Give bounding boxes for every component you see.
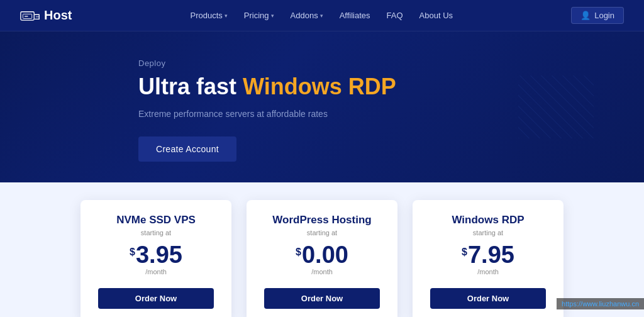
price-dollar-vps: $ — [130, 247, 135, 258]
card-price-vps: $ 3.95 — [130, 243, 182, 267]
nav-item-faq[interactable]: FAQ — [380, 7, 409, 24]
hero-title-highlight: Windows RDP — [243, 74, 396, 99]
brand-name: Host — [44, 8, 72, 23]
login-button[interactable]: 👤 Login — [571, 7, 624, 24]
hero-section: Deploy Ultra fast Windows RDP Extreme pe… — [0, 31, 644, 182]
logo-icon — [20, 9, 40, 23]
card-subtitle-rdp: starting at — [473, 229, 503, 236]
logo[interactable]: Host — [20, 8, 72, 23]
chevron-down-icon: ▾ — [271, 13, 274, 19]
card-title-wordpress: WordPress Hosting — [272, 214, 371, 226]
pricing-cards-section: NVMe SSD VPS starting at $ 3.95 /month O… — [0, 182, 644, 317]
nav-item-products[interactable]: Products ▾ — [184, 7, 234, 24]
order-button-vps[interactable]: Order Now — [98, 288, 214, 309]
nav-item-addons[interactable]: Addons ▾ — [284, 7, 330, 24]
create-account-button[interactable]: Create Account — [138, 136, 236, 162]
chevron-down-icon: ▾ — [320, 13, 323, 19]
order-button-wordpress[interactable]: Order Now — [264, 288, 380, 309]
price-amount-vps: 3.95 — [136, 243, 182, 267]
card-subtitle-wordpress: starting at — [307, 229, 337, 236]
order-button-rdp[interactable]: Order Now — [430, 288, 546, 309]
nav-links: Products ▾ Pricing ▾ Addons ▾ Affiliates… — [184, 7, 460, 24]
pricing-card-vps: NVMe SSD VPS starting at $ 3.95 /month O… — [80, 200, 231, 317]
chevron-down-icon: ▾ — [225, 13, 228, 19]
price-dollar-wordpress: $ — [296, 247, 301, 258]
price-amount-wordpress: 0.00 — [302, 243, 348, 267]
nav-link-faq[interactable]: FAQ — [380, 7, 409, 24]
card-price-wordpress: $ 0.00 — [296, 243, 348, 267]
nav-item-affiliates[interactable]: Affiliates — [333, 7, 377, 24]
card-subtitle-vps: starting at — [141, 229, 171, 236]
hero-title-plain: Ultra fast — [138, 74, 243, 99]
nav-item-pricing[interactable]: Pricing ▾ — [238, 7, 280, 24]
pricing-card-rdp: Windows RDP starting at $ 7.95 /month Or… — [413, 200, 564, 317]
nav-link-addons[interactable]: Addons ▾ — [284, 7, 330, 24]
nav-link-pricing[interactable]: Pricing ▾ — [238, 7, 280, 24]
price-period-wordpress: /month — [311, 268, 333, 275]
card-title-vps: NVMe SSD VPS — [116, 214, 196, 226]
price-period-vps: /month — [145, 268, 167, 275]
price-period-rdp: /month — [477, 268, 499, 275]
card-title-rdp: Windows RDP — [452, 214, 524, 226]
nav-link-about[interactable]: About Us — [413, 7, 459, 24]
user-icon: 👤 — [580, 11, 591, 20]
nav-item-about[interactable]: About Us — [413, 7, 459, 24]
price-amount-rdp: 7.95 — [468, 243, 514, 267]
card-price-rdp: $ 7.95 — [462, 243, 514, 267]
hero-subtitle: Extreme performance servers at affordabl… — [138, 109, 328, 119]
pricing-card-wordpress: WordPress Hosting starting at $ 0.00 /mo… — [247, 200, 397, 317]
nav-link-affiliates[interactable]: Affiliates — [333, 7, 377, 24]
hero-title: Ultra fast Windows RDP — [138, 73, 396, 100]
deploy-label: Deploy — [138, 58, 165, 68]
price-dollar-rdp: $ — [462, 247, 467, 258]
nav-link-products[interactable]: Products ▾ — [184, 7, 234, 24]
navbar: Host Products ▾ Pricing ▾ Addons ▾ Affil… — [0, 0, 644, 31]
